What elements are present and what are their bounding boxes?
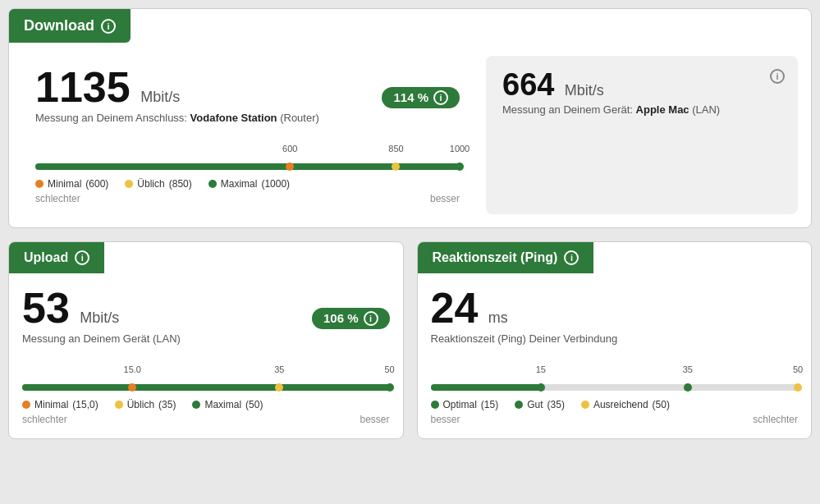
download-bar-track (35, 163, 460, 170)
upload-percent: 106 % (323, 311, 359, 325)
download-legend-maximal-value: (1000) (261, 178, 290, 190)
download-dot-ublich (392, 163, 400, 171)
ping-bar-area: 15 35 50 (431, 364, 799, 391)
ping-legend-ausreichend: Ausreichend (50) (581, 399, 670, 410)
download-bar-labels: 600 850 1000 (35, 144, 460, 160)
upload-bar-fill (22, 384, 390, 391)
download-secondary-metric: i 664 Mbit/s Messung an Deinem Gerät: Ap… (486, 56, 798, 214)
download-desc-prefix: Messung an Deinem Anschluss: (35, 112, 190, 124)
ping-header: Reaktionszeit (Ping) i (418, 242, 594, 273)
download-dot-maximal (456, 163, 464, 171)
ping-bar-footer: besser schlechter (431, 414, 799, 425)
download-sec-desc-bold: Apple Mac (636, 103, 689, 116)
upload-legend-dot-ublich (115, 401, 123, 409)
upload-percent-info-icon[interactable]: i (364, 311, 378, 326)
upload-value-group: 53 Mbit/s (22, 286, 119, 329)
ping-legend-dot-ausreichend (581, 401, 589, 409)
ping-dot-optimal (537, 383, 545, 392)
upload-legend-ublich-label: Üblich (127, 399, 154, 410)
ping-legend-ausreichend-label: Ausreichend (593, 399, 648, 410)
download-percent-info-icon[interactable]: i (433, 90, 448, 105)
upload-dot-minimal (128, 383, 136, 392)
ping-legend-ausreichend-value: (50) (653, 399, 670, 410)
bottom-row: Upload i 53 Mbit/s 106 % i Messung an De… (8, 241, 812, 439)
download-dot-minimal (286, 163, 294, 171)
download-legend-dot-maximal (208, 180, 217, 188)
download-main-metric: 1135 Mbit/s 114 % i Messung an Deinem An… (22, 56, 473, 214)
ping-legend-dot-optimal (431, 401, 439, 409)
download-secondary-info-icon[interactable]: i (770, 69, 785, 84)
download-value: 1135 (35, 63, 131, 111)
ping-unit: ms (488, 309, 508, 326)
download-legend: Minimal (600) Üblich (850) Maximal (1000… (35, 178, 460, 190)
download-legend-maximal: Maximal (1000) (208, 178, 290, 190)
upload-label-50: 50 (384, 364, 394, 374)
download-footer-left: schlechter (35, 193, 80, 204)
main-container: Download i 1135 Mbit/s 114 % i Messung a (8, 8, 812, 439)
ping-legend-optimal-value: (15) (481, 399, 498, 410)
upload-legend-maximal: Maximal (50) (192, 399, 263, 410)
upload-value-row: 53 Mbit/s 106 % i (22, 286, 390, 329)
download-footer-right: besser (430, 193, 460, 204)
ping-title: Reaktionszeit (Ping) (433, 250, 558, 265)
upload-bar-footer: schlechter besser (22, 414, 390, 425)
upload-legend-maximal-label: Maximal (204, 399, 241, 410)
upload-section: Upload i 53 Mbit/s 106 % i Messung an De… (8, 241, 404, 439)
ping-footer-left: besser (431, 414, 460, 425)
download-desc-bold: Vodafone Station (190, 112, 277, 124)
upload-info-icon[interactable]: i (75, 250, 89, 265)
upload-legend-minimal-value: (15,0) (72, 399, 98, 410)
upload-legend-minimal-label: Minimal (34, 399, 68, 410)
upload-bar-area: 15.0 35 50 (22, 364, 390, 391)
ping-legend-optimal-label: Optimal (443, 399, 477, 410)
ping-legend: Optimal (15) Gut (35) Ausreichend (50) (431, 399, 799, 410)
upload-value: 53 (22, 284, 70, 332)
download-legend-ublich-value: (850) (169, 178, 192, 190)
download-sec-desc-suffix: (LAN) (689, 103, 721, 116)
download-legend-dot-ublich (125, 180, 133, 188)
download-legend-minimal-value: (600) (85, 178, 108, 190)
upload-dot-ublich (275, 383, 283, 392)
ping-section: Reaktionszeit (Ping) i 24 ms Reaktionsze… (417, 241, 813, 439)
download-legend-minimal-label: Minimal (48, 178, 81, 190)
upload-header: Upload i (9, 242, 104, 273)
upload-legend-dot-minimal (22, 401, 30, 409)
upload-body: 53 Mbit/s 106 % i Messung an Deinem Gerä… (9, 273, 403, 438)
download-label-850: 850 (388, 144, 403, 153)
download-legend-minimal: Minimal (600) (35, 178, 108, 190)
ping-info-icon[interactable]: i (564, 250, 579, 265)
download-section: Download i 1135 Mbit/s 114 % i Messung a (8, 8, 812, 228)
download-value-row: 1135 Mbit/s 114 % i (35, 66, 460, 108)
download-description: Messung an Deinem Anschluss: Vodafone St… (35, 112, 460, 124)
download-unit: Mbit/s (140, 89, 180, 105)
download-secondary-unit: Mbit/s (565, 82, 604, 99)
ping-legend-dot-gut (515, 401, 523, 409)
upload-title: Upload (24, 250, 68, 265)
ping-legend-gut-label: Gut (527, 399, 543, 410)
download-secondary-value-row: 664 Mbit/s (502, 69, 781, 100)
download-percent: 114 % (393, 90, 428, 104)
ping-body: 24 ms Reaktionszeit (Ping) Deiner Verbin… (418, 273, 812, 438)
download-title: Download (24, 17, 94, 34)
download-label-1000: 1000 (450, 144, 470, 153)
download-bar-area: 600 850 1000 (35, 144, 460, 170)
upload-unit: Mbit/s (80, 309, 119, 326)
download-secondary-value-group: 664 Mbit/s (502, 69, 604, 100)
download-desc-suffix: (Router) (277, 112, 319, 124)
upload-legend-ublich: Üblich (35) (115, 399, 176, 410)
ping-dot-ausreichend (794, 383, 802, 392)
ping-legend-gut-value: (35) (547, 399, 565, 410)
upload-footer-left: schlechter (22, 414, 67, 425)
ping-bar-labels: 15 35 50 (431, 364, 799, 381)
download-label-600: 600 (282, 144, 297, 153)
download-value-group: 1135 Mbit/s (35, 66, 180, 108)
ping-dot-gut (684, 383, 692, 392)
ping-description: Reaktionszeit (Ping) Deiner Verbindung (431, 332, 799, 345)
upload-legend-maximal-value: (50) (245, 399, 263, 410)
download-secondary-description: Messung an Deinem Gerät: Apple Mac (LAN) (502, 103, 781, 116)
upload-bar-labels: 15.0 35 50 (22, 364, 390, 381)
upload-description: Messung an Deinem Gerät (LAN) (22, 332, 390, 345)
download-info-icon[interactable]: i (101, 19, 116, 34)
download-bar-footer: schlechter besser (35, 193, 460, 204)
download-sec-desc-prefix: Messung an Deinem Gerät: (502, 103, 636, 116)
